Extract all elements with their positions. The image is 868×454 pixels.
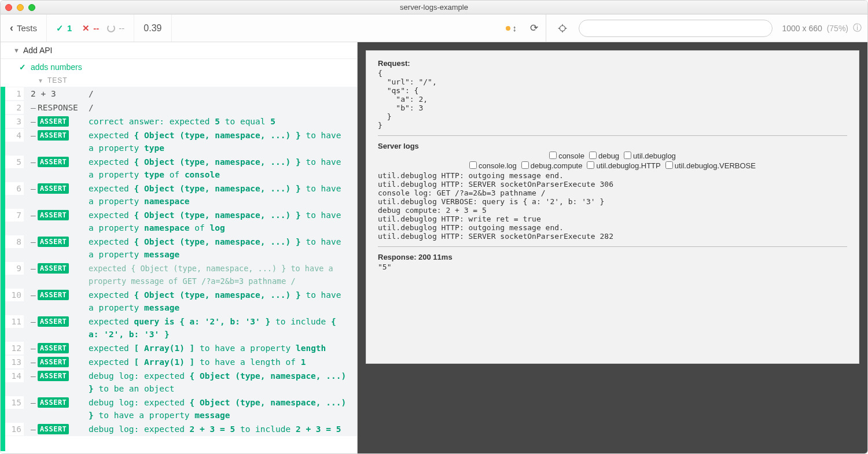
command-message: expected { Object (type, namespace, ...)… [89, 156, 352, 181]
command-name: –ASSERT [31, 156, 89, 168]
assert-badge: ASSERT [38, 263, 69, 274]
line-number: 13 [5, 356, 24, 368]
assert-badge: ASSERT [38, 357, 69, 367]
command-name: –ASSERT [31, 235, 89, 248]
pass-count: 1 [56, 23, 72, 34]
log-row[interactable]: 5–ASSERTexpected { Object (type, namespa… [5, 155, 357, 182]
server-log-output: util.debuglog HTTP: outgoing message end… [378, 171, 847, 241]
log-row[interactable]: 9–ASSERTexpected { Object (type, namespa… [5, 261, 357, 288]
reload-icon: ⟳ [530, 22, 538, 34]
url-input[interactable] [579, 20, 773, 37]
command-message: expected { Object (type, namespace, ...)… [89, 262, 352, 287]
line-number: 8 [5, 235, 24, 248]
server-logs-label: Server logs [378, 142, 847, 150]
command-name: –ASSERT [31, 262, 89, 275]
log-filter-debug[interactable]: debug [589, 152, 619, 160]
checkbox[interactable] [549, 152, 557, 159]
suite-header[interactable]: ▼ Add API [1, 42, 357, 59]
line-number: 7 [5, 209, 24, 222]
log-filters-row-2: console.logdebug.computeutil.debuglog.HT… [378, 161, 847, 170]
server-log-line: util.debuglog HTTP: outgoing message end… [378, 223, 847, 232]
line-number: 6 [5, 182, 24, 195]
check-icon [19, 62, 26, 72]
server-log-line: debug compute: 2 + 3 = 5 [378, 206, 847, 215]
log-row[interactable]: 12–ASSERTexpected [ Array(1) ] to have a… [5, 341, 357, 355]
log-filters-row-1: consoledebugutil.debuglog [378, 152, 847, 160]
app-preview-panel: Request: { "url": "/", "qs": { "a": 2, "… [358, 42, 867, 454]
duration: 0.39 [134, 14, 171, 42]
request-label: Request: [378, 59, 847, 68]
right-toolbar: 1000 x 660 (75%) ⓘ [546, 14, 867, 42]
line-number: 10 [5, 289, 24, 301]
svg-point-0 [560, 25, 565, 31]
main: ▼ Add API adds numbers ▼ TEST 12 + 3/2–R… [1, 42, 867, 454]
log-row[interactable]: 7–ASSERTexpected { Object (type, namespa… [5, 208, 357, 235]
checkbox[interactable] [589, 152, 597, 159]
log-filter-console-log[interactable]: console.log [469, 161, 517, 170]
assert-badge: ASSERT [38, 210, 69, 220]
checkbox[interactable] [587, 161, 594, 169]
log-row[interactable]: 8–ASSERTexpected { Object (type, namespa… [5, 235, 357, 261]
check-icon [56, 23, 64, 34]
server-log-line: util.debuglog HTTP: outgoing message end… [378, 171, 847, 180]
log-row[interactable]: 10–ASSERTexpected { Object (type, namesp… [5, 288, 357, 315]
command-name: –ASSERT [31, 423, 89, 435]
line-number: 5 [5, 156, 24, 168]
line-number: 2 [5, 101, 24, 114]
log-filter-console[interactable]: console [549, 152, 584, 160]
command-message: expected [ Array(1) ] to have a length o… [89, 356, 352, 368]
info-icon[interactable]: ⓘ [853, 23, 862, 34]
assert-badge: ASSERT [38, 157, 69, 167]
log-row[interactable]: 11–ASSERTexpected query is { a: '2', b: … [5, 315, 357, 341]
back-button[interactable]: ‹ Tests [1, 14, 47, 42]
log-row[interactable]: 14–ASSERTdebug log: expected { Object (t… [5, 369, 357, 396]
server-log-line: util.debuglog HTTP: write ret = true [378, 215, 847, 223]
line-number: 3 [5, 115, 24, 128]
command-log-panel: ▼ Add API adds numbers ▼ TEST 12 + 3/2–R… [1, 42, 358, 454]
test-section-header[interactable]: ▼ TEST [1, 75, 357, 87]
selector-playground-button[interactable] [552, 24, 573, 33]
request-body: { "url": "/", "qs": { "a": 2, "b": 3 } } [378, 69, 847, 130]
assert-badge: ASSERT [38, 116, 69, 127]
log-lines: 12 + 3/2–RESPONSE/3–ASSERTcorrect answer… [5, 87, 357, 451]
command-name: –ASSERT [31, 115, 89, 128]
assert-badge: ASSERT [38, 237, 69, 247]
log-row[interactable]: 16–ASSERTdebug log: expected 2 + 3 = 5 t… [5, 422, 357, 436]
log-row[interactable]: 13–ASSERTexpected [ Array(1) ] to have a… [5, 355, 357, 369]
x-icon [82, 23, 90, 34]
divider [378, 135, 847, 136]
command-message: expected { Object (type, namespace, ...)… [89, 129, 352, 154]
command-message: debug log: expected { Object (type, name… [89, 370, 352, 395]
command-message: expected { Object (type, namespace, ...)… [89, 235, 352, 261]
log-filter-util-debuglog-HTTP[interactable]: util.debuglog.HTTP [587, 161, 660, 170]
server-log-line: console log: GET /?a=2&b=3 pathname / [378, 189, 847, 197]
test-header[interactable]: adds numbers [1, 59, 357, 75]
app-preview[interactable]: Request: { "url": "/", "qs": { "a": 2, "… [366, 50, 859, 364]
line-number: 1 [5, 87, 24, 100]
log-row[interactable]: 4–ASSERTexpected { Object (type, namespa… [5, 128, 357, 155]
log-filter-util-debuglog[interactable]: util.debuglog [624, 152, 676, 160]
checkbox[interactable] [521, 161, 529, 169]
log-row[interactable]: 6–ASSERTexpected { Object (type, namespa… [5, 182, 357, 208]
log-row[interactable]: 2–RESPONSE/ [5, 101, 357, 115]
log-filter-debug-compute[interactable]: debug.compute [521, 161, 583, 170]
viewport-size[interactable]: 1000 x 660 (75%) [782, 24, 848, 33]
line-number: 14 [5, 370, 24, 382]
window-title: server-logs-example [1, 3, 867, 12]
viewport-toggle[interactable]: ↕ [499, 14, 523, 42]
caret-down-icon: ▼ [38, 77, 44, 84]
command-message: expected query is { a: '2', b: '3' } to … [89, 315, 352, 341]
command-name: –ASSERT [31, 396, 89, 409]
log-row[interactable]: 12 + 3/ [5, 87, 357, 101]
log-row[interactable]: 3–ASSERTcorrect answer: expected 5 to eq… [5, 115, 357, 128]
command-message: debug log: expected 2 + 3 = 5 to include… [89, 423, 352, 435]
checkbox[interactable] [624, 152, 631, 159]
assert-badge: ASSERT [38, 290, 69, 300]
reload-button[interactable]: ⟳ [523, 14, 546, 42]
log-filter-util-debuglog-VERBOSE[interactable]: util.debuglog.VERBOSE [665, 161, 756, 170]
checkbox[interactable] [665, 161, 673, 169]
log-row[interactable]: 15–ASSERTdebug log: expected { Object (t… [5, 396, 357, 422]
assert-badge: ASSERT [38, 424, 69, 434]
checkbox[interactable] [469, 161, 477, 169]
suite-name: Add API [23, 46, 53, 55]
